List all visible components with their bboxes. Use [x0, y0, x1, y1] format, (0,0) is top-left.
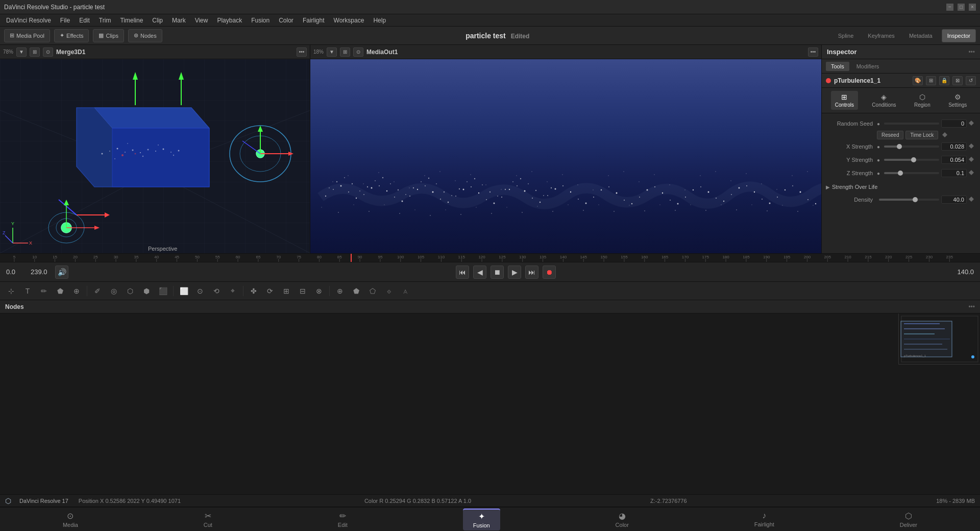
left-vp-btn1[interactable]: ▼	[16, 47, 27, 57]
tool-11[interactable]: ⊙	[193, 284, 207, 298]
minimap[interactable]: pTurbulence1_1	[898, 313, 980, 365]
random-seed-keyframe[interactable]	[969, 120, 976, 127]
right-vp-btn1[interactable]: ▼	[327, 47, 337, 57]
tool-12[interactable]: ⟲	[209, 284, 224, 298]
menu-view[interactable]: View	[191, 16, 212, 25]
go-end-button[interactable]: ⏭	[525, 266, 538, 279]
tool-15[interactable]: ⟳	[263, 284, 277, 298]
right-viewport-canvas[interactable]	[310, 59, 821, 253]
minimize-button[interactable]: −	[946, 4, 953, 11]
time-lock-button[interactable]: Time Lock	[905, 131, 938, 139]
z-strength-slider[interactable]	[884, 172, 939, 174]
tool-23[interactable]: ⟑	[398, 284, 412, 298]
node-lock-btn[interactable]: 🔒	[939, 76, 949, 85]
x-strength-input[interactable]	[941, 142, 967, 151]
time-lock-keyframe[interactable]	[942, 132, 949, 139]
controls-tab[interactable]: ⊞ Controls	[831, 91, 858, 110]
audio-btn[interactable]: 🔊	[55, 266, 68, 279]
menu-fairlight[interactable]: Fairlight	[299, 16, 329, 25]
menu-playback[interactable]: Playback	[213, 16, 246, 25]
menu-davinci-resolve[interactable]: DaVinci Resolve	[2, 16, 55, 25]
z-strength-input[interactable]	[941, 169, 967, 177]
tool-10[interactable]: ⬜	[177, 284, 191, 298]
dock-edit[interactable]: ✏ Edit	[328, 509, 358, 530]
left-vp-more[interactable]: •••	[297, 47, 307, 57]
x-strength-keyframe[interactable]	[969, 143, 976, 150]
tool-paint[interactable]: ✏	[37, 284, 51, 298]
node-copy-btn[interactable]: ⊞	[926, 76, 936, 85]
dock-color[interactable]: ◕ Color	[605, 509, 639, 530]
right-vp-btn3[interactable]: ⊙	[353, 47, 363, 57]
metadata-tab[interactable]: Metadata	[904, 32, 938, 40]
menu-fusion[interactable]: Fusion	[247, 16, 274, 25]
left-vp-btn3[interactable]: ⊙	[43, 47, 53, 57]
nodes-canvas[interactable]: Text3D1 Text3D2 SpotLight1 SpotLight2 Am…	[0, 313, 980, 494]
menu-edit[interactable]: Edit	[75, 16, 94, 25]
go-start-button[interactable]: ⏮	[456, 266, 469, 279]
timeline-ruler[interactable]: 5101520253035404550556065707580859095100…	[0, 253, 980, 262]
node-expand-btn[interactable]: ⊠	[952, 76, 963, 85]
nodes-button[interactable]: ⊛ Nodes	[128, 29, 162, 42]
tool-19[interactable]: ⊕	[333, 284, 347, 298]
tool-text[interactable]: T	[20, 284, 35, 298]
stop-button[interactable]: ⏹	[491, 266, 504, 279]
tool-polygon[interactable]: ⬟	[53, 284, 67, 298]
window-controls[interactable]: − □ ×	[946, 4, 976, 11]
y-strength-input[interactable]	[941, 156, 967, 164]
nodes-more[interactable]: •••	[968, 303, 975, 310]
tool-8[interactable]: ⬢	[139, 284, 154, 298]
tool-16[interactable]: ⊞	[279, 284, 293, 298]
z-strength-keyframe[interactable]	[969, 170, 976, 177]
record-button[interactable]: ⏺	[543, 266, 556, 279]
dock-media[interactable]: ⊙ Media	[53, 509, 88, 530]
inspector-more[interactable]: •••	[968, 49, 975, 56]
menu-mark[interactable]: Mark	[168, 16, 190, 25]
tool-5[interactable]: ✐	[90, 284, 105, 298]
menu-help[interactable]: Help	[369, 16, 390, 25]
tool-13[interactable]: ⌖	[226, 284, 240, 298]
menu-trim[interactable]: Trim	[95, 16, 115, 25]
x-strength-slider[interactable]	[884, 146, 939, 148]
reseed-button[interactable]: Reseed	[877, 131, 903, 139]
conditions-tab[interactable]: ◈ Conditions	[868, 91, 900, 110]
menu-workspace[interactable]: Workspace	[330, 16, 369, 25]
effects-button[interactable]: ✦ Effects	[54, 29, 89, 42]
dock-fusion[interactable]: ✦ Fusion	[463, 509, 500, 530]
dock-fairlight[interactable]: ♪ Fairlight	[744, 509, 785, 529]
dock-deliver[interactable]: ⬡ Deliver	[890, 509, 927, 530]
tool-9[interactable]: ⬛	[156, 284, 170, 298]
menu-clip[interactable]: Clip	[148, 16, 167, 25]
tool-21[interactable]: ⬠	[365, 284, 380, 298]
menu-file[interactable]: File	[56, 16, 74, 25]
spline-tab[interactable]: Spline	[833, 32, 859, 40]
dock-cut[interactable]: ✂ Cut	[193, 509, 223, 530]
random-seed-slider[interactable]	[884, 123, 939, 125]
random-seed-input[interactable]	[941, 119, 967, 128]
density-slider[interactable]	[879, 199, 939, 201]
tool-18[interactable]: ⊗	[312, 284, 326, 298]
right-vp-btn2[interactable]: ⊞	[340, 47, 350, 57]
region-tab[interactable]: ⬡ Region	[910, 91, 935, 110]
left-vp-btn2[interactable]: ⊞	[30, 47, 40, 57]
media-pool-button[interactable]: ⊞ Media Pool	[4, 29, 50, 42]
left-viewport-canvas[interactable]: Perspective X Y Z	[0, 59, 310, 253]
menu-color[interactable]: Color	[275, 16, 298, 25]
tool-7[interactable]: ⬡	[123, 284, 137, 298]
density-input[interactable]	[941, 196, 967, 204]
tool-particle[interactable]: ⊕	[69, 284, 84, 298]
maximize-button[interactable]: □	[958, 4, 965, 11]
menu-timeline[interactable]: Timeline	[116, 16, 147, 25]
tool-pointer[interactable]: ⊹	[4, 284, 18, 298]
right-vp-more[interactable]: •••	[808, 47, 818, 57]
tool-20[interactable]: ⬟	[349, 284, 363, 298]
close-button[interactable]: ×	[969, 4, 976, 11]
y-strength-slider[interactable]	[884, 159, 939, 161]
tool-6[interactable]: ◎	[107, 284, 121, 298]
strength-over-life-section[interactable]: ▶ Strength Over Life	[826, 181, 976, 192]
step-back-button[interactable]: ◀	[473, 266, 486, 279]
y-strength-keyframe[interactable]	[969, 156, 976, 163]
inspector-button[interactable]: Inspector	[942, 29, 976, 42]
tool-14[interactable]: ✤	[247, 284, 261, 298]
keyframes-tab[interactable]: Keyframes	[863, 32, 900, 40]
node-reset-btn[interactable]: ↺	[966, 76, 976, 85]
